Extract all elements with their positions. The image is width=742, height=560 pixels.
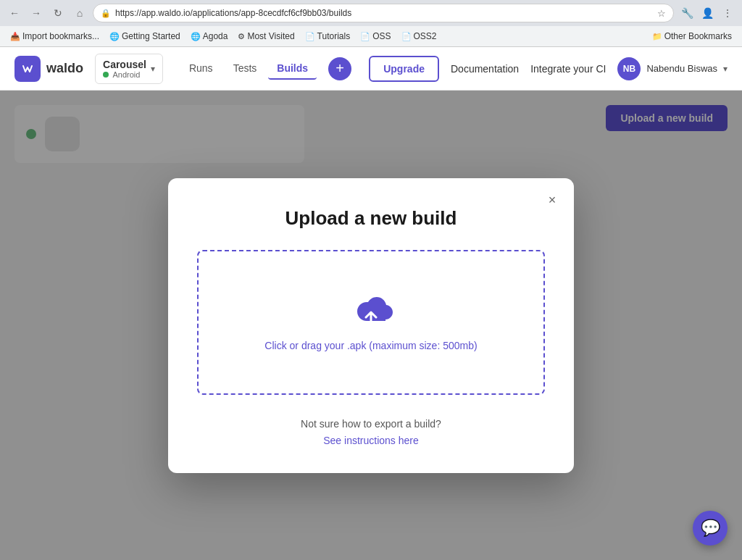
upload-zone-text: Click or drag your .apk (maximum size: 5…: [264, 340, 477, 351]
logo-text: waldo: [46, 61, 83, 76]
android-dot: [103, 72, 109, 78]
getting-started-icon: 🌐: [109, 32, 120, 41]
chat-icon: 💬: [701, 519, 720, 538]
browser-chrome: ← → ↻ ⌂ 🔒 https://app.waldo.io/applicati…: [0, 0, 742, 47]
bookmark-other[interactable]: 📁 Other Bookmarks: [648, 30, 736, 43]
chat-bubble[interactable]: 💬: [693, 511, 728, 546]
nav-links: Runs Tests Builds: [180, 58, 317, 80]
upload-modal: × Upload a new build Click or drag your …: [168, 178, 574, 473]
not-sure-text: Not sure how to export a build?: [197, 418, 545, 430]
app-platform: Android: [103, 70, 146, 79]
app-name: Carousel: [103, 59, 146, 70]
logo-area: waldo: [14, 56, 83, 82]
integrate-ci-link[interactable]: Integrate your CI: [530, 63, 606, 75]
extensions-button[interactable]: 🔧: [678, 4, 696, 22]
user-chevron-icon: ▾: [723, 64, 728, 74]
bookmark-tutorials[interactable]: 📄 Tutorials: [301, 30, 355, 43]
home-button[interactable]: ⌂: [71, 4, 88, 22]
folder-icon: 📁: [652, 32, 662, 41]
avatar: NB: [617, 57, 641, 80]
agoda-icon: 🌐: [191, 32, 201, 41]
user-area: NB Nabendu Biswas ▾: [617, 57, 728, 80]
upgrade-button[interactable]: Upgrade: [369, 56, 439, 82]
instructions-link[interactable]: See instructions here: [323, 435, 419, 446]
import-icon: 📥: [10, 32, 20, 41]
bookmark-oss2[interactable]: 📄 OSS2: [397, 30, 441, 43]
bookmark-import[interactable]: 📥 Import bookmarks...: [6, 30, 104, 43]
oss2-icon: 📄: [401, 32, 412, 41]
profile-button[interactable]: 👤: [699, 4, 716, 22]
forward-button[interactable]: →: [28, 4, 45, 22]
modal-close-button[interactable]: ×: [542, 190, 562, 210]
bookmarks-bar: 📥 Import bookmarks... 🌐 Getting Started …: [0, 26, 742, 46]
nav-builds[interactable]: Builds: [268, 58, 317, 80]
modal-footer: Not sure how to export a build? See inst…: [197, 418, 545, 447]
app-selector[interactable]: Carousel Android ▾: [95, 54, 163, 84]
modal-title: Upload a new build: [197, 207, 545, 230]
most-visited-icon: ⚙: [238, 32, 245, 41]
browser-actions: 🔧 👤 ⋮: [678, 4, 736, 22]
address-bar[interactable]: 🔒 https://app.waldo.io/applications/app-…: [93, 4, 674, 22]
documentation-link[interactable]: Documentation: [451, 63, 519, 75]
upload-dropzone[interactable]: Click or drag your .apk (maximum size: 5…: [197, 250, 545, 395]
refresh-button[interactable]: ↻: [49, 4, 67, 22]
oss-icon: 📄: [360, 32, 370, 41]
tutorials-icon: 📄: [305, 32, 315, 41]
lock-icon: 🔒: [101, 9, 111, 18]
page-content: Upload a new build × Upload a new build …: [0, 91, 742, 560]
waldo-logo: [14, 56, 41, 82]
add-build-button[interactable]: +: [328, 57, 351, 80]
bookmark-most-visited[interactable]: ⚙ Most Visited: [233, 30, 299, 43]
bookmark-getting-started[interactable]: 🌐 Getting Started: [105, 30, 185, 43]
upload-cloud-icon: [348, 293, 394, 331]
nav-runs[interactable]: Runs: [180, 58, 222, 80]
back-button[interactable]: ←: [6, 4, 23, 22]
bookmark-oss[interactable]: 📄 OSS: [356, 30, 395, 43]
bookmark-agoda[interactable]: 🌐 Agoda: [186, 30, 233, 43]
browser-top-bar: ← → ↻ ⌂ 🔒 https://app.waldo.io/applicati…: [0, 0, 742, 26]
menu-button[interactable]: ⋮: [719, 4, 736, 22]
url-text: https://app.waldo.io/applications/app-8c…: [115, 8, 351, 18]
chevron-down-icon: ▾: [151, 64, 155, 74]
nav-tests[interactable]: Tests: [225, 58, 266, 80]
user-name: Nabendu Biswas: [646, 63, 717, 74]
header-right: Upgrade Documentation Integrate your CI …: [369, 56, 728, 82]
star-icon[interactable]: ☆: [657, 8, 666, 19]
app-header: waldo Carousel Android ▾ Runs Tests Buil…: [0, 47, 742, 91]
modal-overlay[interactable]: × Upload a new build Click or drag your …: [0, 91, 742, 560]
